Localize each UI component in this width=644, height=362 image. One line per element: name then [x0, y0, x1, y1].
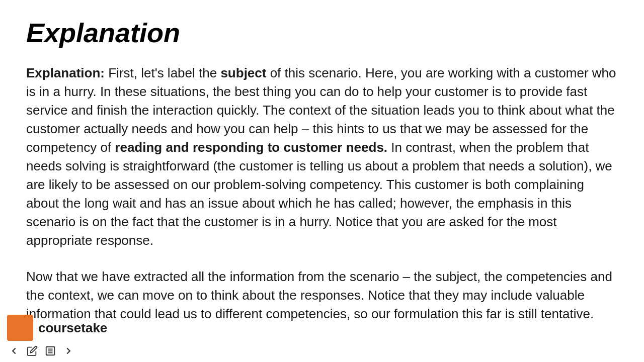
text-part3: In contrast, when the problem that needs… [26, 140, 612, 248]
competency-phrase: reading and responding to customer needs… [115, 140, 387, 155]
logo-row: coursetake [0, 311, 644, 343]
text-part1: First, let's label the [105, 65, 220, 80]
list-button[interactable] [43, 344, 57, 358]
subject-word: subject [220, 65, 266, 80]
logo-square [7, 315, 33, 341]
bottom-bar: coursetake [0, 311, 644, 362]
explanation-label: Explanation: [26, 65, 105, 80]
back-button[interactable] [7, 344, 21, 358]
first-paragraph: Explanation: First, let's label the subj… [26, 64, 618, 249]
forward-button[interactable] [61, 344, 75, 358]
controls-row [0, 343, 644, 362]
page-title: Explanation [26, 18, 618, 48]
logo-text: coursetake [38, 320, 107, 336]
edit-button[interactable] [25, 344, 39, 358]
main-content: Explanation Explanation: First, let's la… [0, 0, 644, 323]
